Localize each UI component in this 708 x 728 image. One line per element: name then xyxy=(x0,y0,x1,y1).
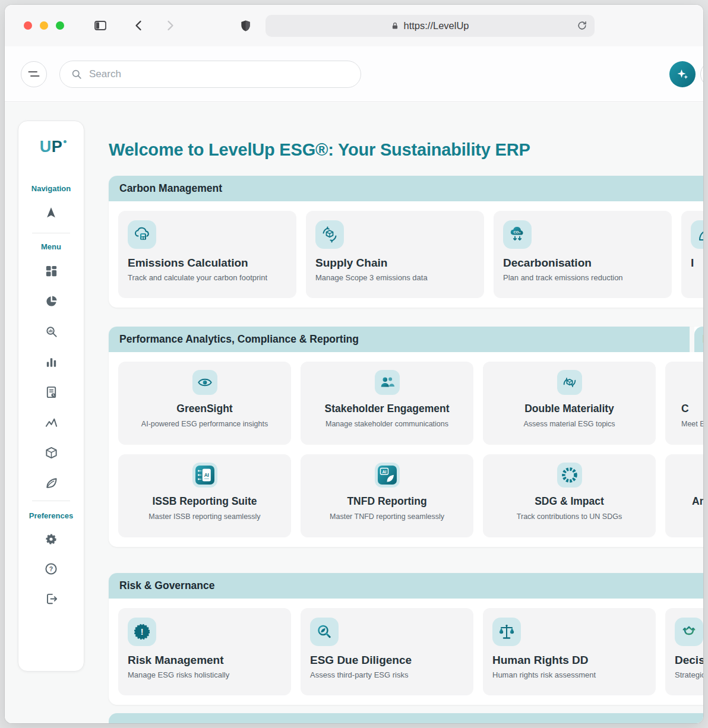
section-risk-governance: Risk & Governance ! Risk Management Mana… xyxy=(109,573,703,705)
cube-sync-icon xyxy=(321,226,339,243)
card-partial-row2[interactable]: Ant xyxy=(665,454,703,537)
card-esg-due-diligence[interactable]: ESG Due Diligence Assess third-party ESG… xyxy=(301,608,473,695)
pie-chart-icon[interactable] xyxy=(44,294,58,308)
card-emissions-calculation[interactable]: Emissions Calculation Track and calculat… xyxy=(118,211,296,298)
card-sdg-impact[interactable]: SDG & Impact Track contributions to UN S… xyxy=(483,454,656,537)
search-analytics-icon[interactable] xyxy=(44,324,58,338)
main-area: Welcome to LevelUp ESG®: Your Sustainabi… xyxy=(109,103,703,723)
app-header xyxy=(5,46,703,102)
card-title: Decarbonisation xyxy=(503,257,662,270)
navigation-arrow-icon[interactable] xyxy=(44,205,58,220)
card-subtitle: Meet EU xyxy=(681,420,703,428)
trend-icon[interactable] xyxy=(44,415,58,429)
card-stakeholder-engagement[interactable]: Stakeholder Engagement Manage stakeholde… xyxy=(301,362,473,445)
section-title: Performance Analytics, Compliance & Repo… xyxy=(119,333,359,346)
card-risk-management[interactable]: ! Risk Management Manage ESG risks holis… xyxy=(118,608,291,695)
card-title: Risk Management xyxy=(128,654,282,667)
icon-tile xyxy=(192,370,217,395)
package-icon[interactable] xyxy=(44,445,58,460)
card-subtitle: AI-powered ESG performance insights xyxy=(141,420,268,428)
card-title: Double Materiality xyxy=(524,403,614,415)
crossroads-arrows-icon xyxy=(680,623,698,641)
card-decarbonisation[interactable]: CO₂ Decarbonisation Plan and track emiss… xyxy=(494,211,672,298)
section-gap xyxy=(690,327,694,352)
privacy-shield-icon[interactable] xyxy=(239,19,252,33)
card-issb-reporting-suite[interactable]: AI ISSB Reporting Suite Master ISSB repo… xyxy=(118,454,291,537)
card-double-materiality[interactable]: Double Materiality Assess material ESG t… xyxy=(483,362,656,445)
card-tnfd-reporting[interactable]: AI TNFD Reporting Master TNFD reporting … xyxy=(301,454,473,537)
lock-icon xyxy=(391,21,399,30)
menu-button[interactable] xyxy=(21,61,47,87)
card-subtitle: Human rights risk assessment xyxy=(492,670,646,679)
icon-tile xyxy=(315,220,344,249)
card-title: Emissions Calculation xyxy=(128,257,287,270)
forward-button[interactable] xyxy=(163,18,177,33)
search-icon xyxy=(71,68,83,80)
card-title: SDG & Impact xyxy=(535,495,604,508)
icon-tile xyxy=(492,618,521,646)
card-partial-row1[interactable]: C Meet EU xyxy=(665,362,703,445)
help-icon[interactable]: ? xyxy=(44,562,58,576)
cube-arrows-icon xyxy=(561,374,578,391)
risk-badge-icon: ! xyxy=(133,623,151,641)
icon-tile xyxy=(375,370,400,395)
svg-text:!: ! xyxy=(141,627,144,637)
sidebar-toggle-icon[interactable] xyxy=(93,18,108,33)
card-subtitle: Master ISSB reporting seamlessly xyxy=(148,512,260,521)
card-title: Ant xyxy=(692,495,703,508)
hamburger-icon xyxy=(28,69,40,78)
browser-window: https://LevelUp UP xyxy=(5,5,703,723)
card-title: Stakeholder Engagement xyxy=(324,403,449,415)
logo-dot xyxy=(64,140,67,143)
card-subtitle: Manage stakeholder communications xyxy=(325,420,448,428)
dashboard-icon[interactable] xyxy=(44,264,58,278)
card-subtitle: Track and calculate your carbon footprin… xyxy=(128,273,287,282)
bar-chart-icon[interactable] xyxy=(44,354,58,369)
card-greensight[interactable]: GreenSight AI-powered ESG performance in… xyxy=(118,362,291,445)
section-title: Risk & Governance xyxy=(119,580,214,592)
address-bar[interactable]: https://LevelUp xyxy=(266,15,595,37)
leaf-icon[interactable] xyxy=(44,476,58,490)
card-title: Human Rights DD xyxy=(492,654,646,667)
back-button[interactable] xyxy=(132,18,146,33)
card-subtitle: Manage ESG risks holistically xyxy=(128,670,282,679)
navigation-section-label: Navigation xyxy=(31,184,71,193)
ai-assistant-button[interactable] xyxy=(669,61,696,87)
card-partial-risk[interactable]: Decis Strategic xyxy=(665,608,703,695)
cloud-calculator-icon xyxy=(133,226,151,243)
global-search[interactable] xyxy=(59,61,361,88)
section-header: Carbon Management xyxy=(109,176,703,201)
search-input[interactable] xyxy=(89,68,350,80)
magnifier-leaf-icon xyxy=(315,623,333,641)
sidebar-divider xyxy=(32,233,70,233)
card-human-rights-dd[interactable]: Human Rights DD Human rights risk assess… xyxy=(483,608,656,695)
icon-tile: ! xyxy=(128,618,156,646)
settings-gear-icon[interactable] xyxy=(44,532,58,546)
card-title: ESG Due Diligence xyxy=(310,654,464,667)
icon-tile xyxy=(675,618,703,646)
window-controls xyxy=(24,21,64,30)
scales-icon xyxy=(498,623,516,641)
card-subtitle: Manage Scope 3 emissions data xyxy=(315,273,475,282)
header-partial-button[interactable] xyxy=(700,61,703,87)
card-title: TNFD Reporting xyxy=(347,495,426,508)
reload-icon[interactable] xyxy=(576,20,588,31)
minimize-window-button[interactable] xyxy=(40,21,48,30)
sidebar-divider xyxy=(32,501,70,501)
preferences-section-label: Preferences xyxy=(29,511,73,520)
card-subtitle: Plan and track emissions reduction xyxy=(503,273,662,282)
page-title: Welcome to LevelUp ESG®: Your Sustainabi… xyxy=(109,140,703,160)
icon-tile xyxy=(557,370,582,395)
report-document-icon[interactable] xyxy=(44,385,58,399)
co2-cloud-icon: CO₂ xyxy=(508,226,526,243)
section-header: Risk & Governance xyxy=(109,573,703,599)
logout-icon[interactable] xyxy=(44,591,58,606)
card-partial-carbon[interactable]: I xyxy=(681,211,703,298)
sparkle-icon xyxy=(675,67,690,81)
close-window-button[interactable] xyxy=(24,21,32,30)
zoom-window-button[interactable] xyxy=(56,21,64,30)
card-supply-chain[interactable]: Supply Chain Manage Scope 3 emissions da… xyxy=(306,211,484,298)
svg-text:?: ? xyxy=(49,565,53,572)
icon-tile: CO₂ xyxy=(503,220,532,249)
card-title: ISSB Reporting Suite xyxy=(153,495,257,508)
